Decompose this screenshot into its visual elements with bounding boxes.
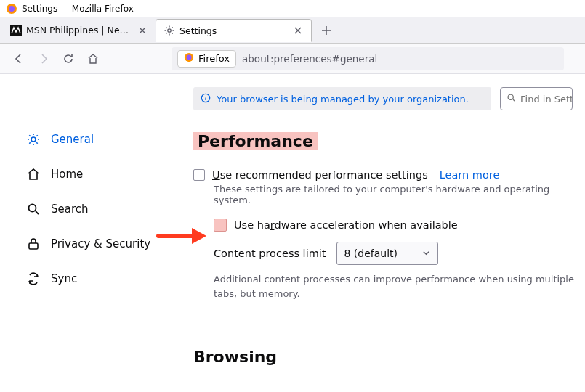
- msn-favicon-icon: [10, 25, 22, 36]
- sidebar-item-search[interactable]: Search: [26, 195, 160, 224]
- gear-icon: [26, 132, 41, 147]
- learn-more-link[interactable]: Learn more: [440, 169, 500, 181]
- firefox-logo-icon: [6, 3, 17, 15]
- sidebar-item-privacy[interactable]: Privacy & Security: [26, 229, 160, 258]
- sidebar-item-label: Privacy & Security: [51, 237, 150, 250]
- content-process-limit-label: Content process limit: [214, 248, 326, 259]
- nav-toolbar: Firefox about:preferences#general: [0, 44, 585, 74]
- sidebar-item-sync[interactable]: Sync: [26, 264, 160, 293]
- chevron-down-icon: [422, 248, 430, 259]
- search-input[interactable]: Find in Settings: [500, 87, 573, 110]
- url-bar[interactable]: Firefox about:preferences#general: [172, 47, 564, 70]
- performance-heading: Performance: [193, 132, 318, 150]
- tab-msn[interactable]: MSN Philippines | News, Outloo ×: [3, 19, 156, 42]
- svg-point-7: [29, 205, 36, 212]
- hw-accel-checkbox-row[interactable]: Use hardware acceleration when available: [214, 219, 585, 232]
- svg-point-5: [187, 55, 192, 60]
- checkbox-unchecked-icon[interactable]: [193, 169, 205, 181]
- url-identity-box[interactable]: Firefox: [177, 50, 236, 68]
- home-button[interactable]: [81, 47, 105, 70]
- svg-point-3: [168, 29, 171, 32]
- svg-rect-2: [10, 25, 22, 36]
- settings-main: Your browser is being managed by your or…: [174, 74, 585, 392]
- sidebar-item-label: Search: [51, 203, 89, 216]
- back-button[interactable]: [7, 47, 31, 70]
- search-icon: [26, 202, 41, 216]
- close-icon[interactable]: ×: [137, 25, 148, 36]
- home-icon: [26, 167, 41, 181]
- use-recommended-checkbox-row[interactable]: Use recommended performance settings Lea…: [193, 169, 585, 181]
- window-titlebar: Settings — Mozilla Firefox: [0, 0, 585, 17]
- svg-rect-8: [29, 243, 38, 249]
- sidebar-item-label: Home: [51, 168, 83, 181]
- lock-icon: [26, 237, 41, 251]
- hw-accel-label: Use hardware acceleration when available: [234, 219, 458, 231]
- gear-icon: [164, 25, 175, 36]
- tab-label: MSN Philippines | News, Outloo: [26, 25, 132, 36]
- checkbox-unchecked-icon[interactable]: [214, 219, 227, 232]
- content-area: General Home Search Privacy & Security S…: [0, 74, 585, 392]
- content-process-limit-dropdown[interactable]: 8 (default): [336, 242, 438, 265]
- search-icon: [507, 93, 516, 105]
- sync-icon: [26, 271, 41, 286]
- use-recommended-label: Use recommended performance settings: [212, 169, 428, 181]
- svg-point-6: [31, 137, 36, 142]
- close-icon[interactable]: ×: [292, 25, 304, 36]
- search-placeholder: Find in Settings: [520, 94, 573, 105]
- svg-point-10: [508, 94, 513, 99]
- tab-label: Settings: [179, 25, 288, 36]
- sidebar-item-home[interactable]: Home: [26, 160, 160, 189]
- managed-infobar-text[interactable]: Your browser is being managed by your or…: [217, 94, 469, 105]
- new-tab-button[interactable]: [316, 20, 336, 41]
- settings-sidebar: General Home Search Privacy & Security S…: [0, 74, 174, 392]
- window-title: Settings — Mozilla Firefox: [22, 4, 134, 14]
- additional-processes-description: Additional content processes can improve…: [214, 272, 585, 301]
- section-divider: [193, 330, 585, 330]
- reload-button[interactable]: [57, 47, 80, 70]
- sidebar-item-label: General: [51, 133, 94, 146]
- sidebar-item-general[interactable]: General: [26, 125, 160, 154]
- dropdown-value: 8 (default): [344, 248, 398, 259]
- firefox-logo-icon: [184, 52, 194, 65]
- tab-strip: MSN Philippines | News, Outloo × Setting…: [0, 17, 585, 44]
- tailored-description: These settings are tailored to your comp…: [214, 184, 585, 205]
- tab-settings[interactable]: Settings ×: [156, 19, 312, 42]
- svg-point-1: [9, 6, 15, 12]
- browsing-heading: Browsing: [193, 348, 277, 366]
- forward-button[interactable]: [32, 47, 55, 70]
- sidebar-item-label: Sync: [51, 272, 77, 285]
- url-identity-label: Firefox: [198, 53, 230, 64]
- managed-infobar: Your browser is being managed by your or…: [193, 87, 491, 110]
- info-icon: [201, 93, 211, 105]
- url-text: about:preferences#general: [242, 53, 377, 65]
